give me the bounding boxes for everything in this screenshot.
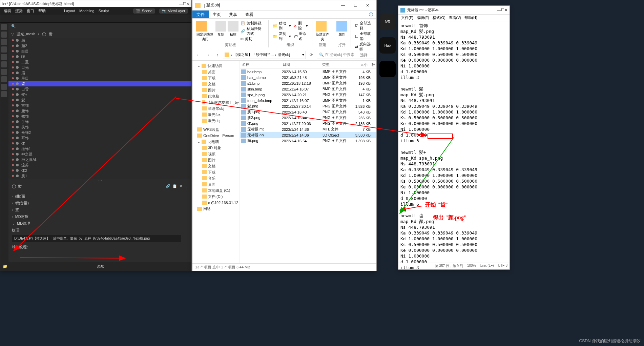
copy-icon[interactable]: 📋 <box>172 184 177 188</box>
outliner-item[interactable]: 神之眼AL <box>8 157 191 162</box>
workspace-tab[interactable]: Sculpt <box>99 9 109 13</box>
tree-node[interactable]: ⌄ 快速访问 <box>193 63 239 69</box>
maximize-button[interactable]: ☐ <box>501 8 504 12</box>
outliner-item[interactable]: 瞳 <box>8 54 191 59</box>
tool-icon[interactable] <box>1 76 7 82</box>
copy-path[interactable]: 📋复制路径 <box>241 21 264 26</box>
tree-node[interactable]: 本地磁盘 (C:) <box>193 187 239 194</box>
tree-node[interactable]: 图片 <box>193 157 239 163</box>
close-button[interactable]: ✕ <box>361 1 374 10</box>
outliner-item[interactable]: 首饰 <box>8 103 191 108</box>
notepad-content[interactable]: newmtl 首饰 map_Kd 髪.png Ns 448.793091 Ka … <box>398 21 510 272</box>
outliner-item[interactable]: 髪 <box>8 97 191 103</box>
outliner-item[interactable]: 体2 <box>8 168 191 173</box>
file-row[interactable]: 肌2.png2022/1/4 16:44PNG 图片文件236 KB <box>240 115 376 121</box>
menu-view[interactable]: 查看(V) <box>448 15 463 21</box>
tab-view[interactable]: 查看 <box>241 11 257 18</box>
invert-selection[interactable]: ⇄反向选择 <box>355 42 372 52</box>
tool-icon[interactable] <box>1 24 7 30</box>
texture-path-field[interactable]: D:\UE4素材\【模之屋】「纱中幽兰」凝光_by_原神_97824d4ab63… <box>12 235 181 242</box>
paste-shortcut[interactable]: 🔗粘贴快捷方式 <box>241 26 264 36</box>
pin-icon[interactable] <box>196 21 207 32</box>
copy-icon[interactable] <box>215 21 226 32</box>
tree-node[interactable]: 文档 (D:) <box>193 194 239 200</box>
maximize-button[interactable]: ☐ <box>349 1 361 10</box>
file-row[interactable]: 体.png2021/12/27 20:06PNG 图片文件2,136 KB <box>240 121 376 126</box>
outliner-item[interactable]: 齿 <box>8 81 191 86</box>
tree-node[interactable]: 此电脑 <box>193 93 239 99</box>
folder-icon[interactable]: 📁 <box>0 264 10 269</box>
workspace-tab[interactable]: Modeling <box>79 9 95 13</box>
help-icon[interactable]: ⓘ <box>366 11 376 18</box>
outliner-item[interactable]: 眉 <box>8 70 191 76</box>
tree-node[interactable]: 3D 对象 <box>193 145 239 151</box>
new-folder-icon[interactable] <box>316 21 327 32</box>
outliner-item[interactable]: 挂饰1 <box>8 146 191 151</box>
back-button[interactable]: ← <box>194 51 203 59</box>
workspace-tab[interactable]: Layout <box>64 9 75 13</box>
minimize-button[interactable]: — <box>179 2 183 6</box>
outliner-search[interactable]: 🔍 <box>8 23 191 30</box>
outliner-item[interactable]: 流苏 <box>8 162 191 168</box>
menu-item[interactable]: 渲染 <box>15 8 23 14</box>
tree-node[interactable]: 网络 <box>193 206 239 212</box>
prop-row[interactable]: ›MD材质 <box>12 213 188 220</box>
tree-node[interactable]: 下载 <box>193 169 239 175</box>
maximize-button[interactable]: ☐ <box>183 2 186 6</box>
outliner-item[interactable]: 星目 <box>8 76 191 81</box>
address-bar[interactable]: ›【模之屋】「纱中幽兰... ›凝光obj ▾ <box>223 51 306 59</box>
tab-file[interactable]: 文件 <box>192 11 209 18</box>
notepad-titlebar[interactable]: 无标题.mtl - 记事本 — ☐ ✕ <box>398 6 510 15</box>
paste-icon[interactable] <box>228 21 238 32</box>
outliner-item[interactable]: 颜2 <box>8 43 191 48</box>
close-icon[interactable]: ✕ <box>179 184 182 188</box>
tool-icon[interactable] <box>1 84 7 90</box>
file-row[interactable]: 肌1.png2022/1/4 16:40PNG 图片文件543 KB <box>240 109 376 115</box>
tree-node[interactable]: 音乐 <box>193 175 239 181</box>
tree-node[interactable]: 【菲谢尔皮肤】_by <box>193 99 239 105</box>
file-list[interactable]: 名称 日期 类型 大小 标 hair.bmp2022/1/4 15:50BMP … <box>240 61 376 263</box>
tree-node[interactable]: 文档 <box>193 163 239 169</box>
explorer-titlebar[interactable]: | 凝光obj — ☐ ✕ <box>192 0 376 11</box>
outliner-item[interactable]: 二重 <box>8 59 191 65</box>
outliner-item[interactable]: 目光 <box>8 65 191 70</box>
outliner-item[interactable]: 头饰2 <box>8 130 191 135</box>
outliner-item[interactable]: 头饰 <box>8 124 191 130</box>
properties-icon[interactable] <box>336 21 347 32</box>
file-row[interactable]: 无标题.mtl2023/1/24 14:36MTL 文件7 KB <box>240 126 376 132</box>
delete[interactable]: ✕删除▾ <box>294 21 308 31</box>
tree-node[interactable]: 桌面 <box>193 181 239 187</box>
outliner-item[interactable]: 手饰 <box>8 119 191 124</box>
outliner-item[interactable]: 口舌 <box>8 86 191 92</box>
breadcrumb-root[interactable]: 凝光_mesh <box>17 32 35 37</box>
tree-node[interactable]: 文档 <box>193 81 239 87</box>
minimize-button[interactable]: — <box>497 8 501 12</box>
tree-node[interactable]: 下载 <box>193 75 239 81</box>
outliner-item[interactable]: 白目 <box>8 48 191 54</box>
minimize-button[interactable]: — <box>337 1 349 10</box>
search-input[interactable]: 🔍 在 凝光obj 中搜索 <box>317 51 374 59</box>
move-to[interactable]: 📁移动到▾ <box>273 21 291 31</box>
outliner-item[interactable]: 髪+ <box>8 92 191 97</box>
scene-selector[interactable]: 🎬 Scene <box>133 8 155 14</box>
file-row[interactable]: 无标题.obj2023/1/24 14:363D Object3,530 KB <box>240 132 376 138</box>
tree-node[interactable]: e (\\192.168.31.12 <box>193 200 239 206</box>
tree-node[interactable]: 桌面 <box>193 69 239 75</box>
column-headers[interactable]: 名称 日期 类型 大小 标 <box>240 61 376 69</box>
blender-titlebar[interactable]: ler* [C:\Users\ASUS\Desktop\无标题.blend] —… <box>0 0 191 7</box>
menu-file[interactable]: 文件(F) <box>400 15 415 21</box>
add-button[interactable]: 添加 <box>10 264 191 269</box>
select-none[interactable]: ☐全部取消 <box>355 31 372 41</box>
menu-edit[interactable]: 编辑(E) <box>415 15 431 21</box>
outliner-item[interactable]: 体 <box>8 141 191 146</box>
tool-icon[interactable] <box>1 69 7 75</box>
tool-icon[interactable] <box>1 32 7 38</box>
tool-icon[interactable] <box>1 46 7 53</box>
outliner-item[interactable]: 裙饰 <box>8 114 191 119</box>
select-all[interactable]: ☑全部选择 <box>355 21 372 31</box>
file-row[interactable]: skin.bmp2021/12/4 16:07BMP 图片文件4 KB <box>240 86 376 92</box>
file-row[interactable]: spa_h.png2022/1/4 20:21PNG 图片文件147 KB <box>240 92 376 98</box>
rename[interactable]: 🏷重命名 <box>294 31 308 41</box>
menu-item[interactable]: 编辑 <box>4 8 11 14</box>
file-row[interactable]: 髪.png2021/12/27 20:14PNG 图片文件1,826 KB <box>240 103 376 109</box>
